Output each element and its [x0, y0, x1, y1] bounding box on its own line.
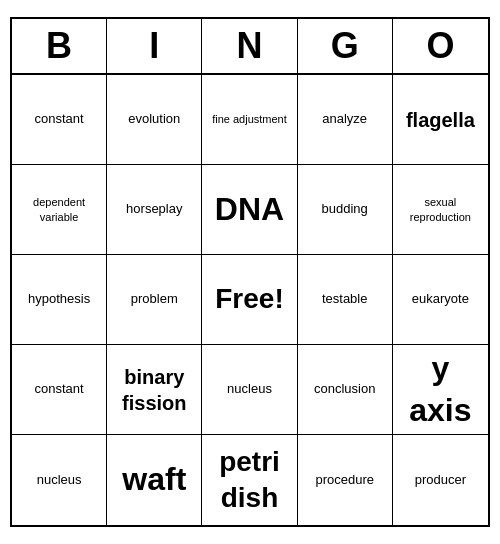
bingo-cell: dependent variable	[12, 165, 107, 255]
cell-text: dependent variable	[16, 195, 102, 224]
cell-text: budding	[322, 201, 368, 218]
cell-text: problem	[131, 291, 178, 308]
cell-text: nucleus	[227, 381, 272, 398]
cell-text: conclusion	[314, 381, 375, 398]
header-letter: B	[12, 19, 107, 73]
cell-text: sexual reproduction	[397, 195, 484, 224]
cell-text: Free!	[215, 281, 283, 317]
cell-text: constant	[35, 381, 84, 398]
bingo-cell: sexual reproduction	[393, 165, 488, 255]
bingo-cell: waft	[107, 435, 202, 525]
cell-text: eukaryote	[412, 291, 469, 308]
bingo-cell: problem	[107, 255, 202, 345]
cell-text: procedure	[315, 472, 374, 489]
cell-text: producer	[415, 472, 466, 489]
bingo-cell: Free!	[202, 255, 297, 345]
bingo-cell: fine adjustment	[202, 75, 297, 165]
header-letter: G	[298, 19, 393, 73]
cell-text: DNA	[215, 189, 284, 231]
cell-text: constant	[35, 111, 84, 128]
cell-text: fine adjustment	[212, 112, 287, 126]
bingo-cell: testable	[298, 255, 393, 345]
bingo-cell: conclusion	[298, 345, 393, 435]
cell-text: y axis	[397, 348, 484, 431]
bingo-cell: binary fission	[107, 345, 202, 435]
cell-text: horseplay	[126, 201, 182, 218]
bingo-cell: flagella	[393, 75, 488, 165]
cell-text: hypothesis	[28, 291, 90, 308]
bingo-grid: constantevolutionfine adjustmentanalyzef…	[12, 75, 488, 525]
bingo-cell: evolution	[107, 75, 202, 165]
header-letter: N	[202, 19, 297, 73]
cell-text: testable	[322, 291, 368, 308]
header-letter: I	[107, 19, 202, 73]
bingo-cell: constant	[12, 345, 107, 435]
bingo-cell: analyze	[298, 75, 393, 165]
bingo-cell: eukaryote	[393, 255, 488, 345]
cell-text: waft	[122, 459, 186, 501]
bingo-cell: constant	[12, 75, 107, 165]
bingo-cell: procedure	[298, 435, 393, 525]
cell-text: analyze	[322, 111, 367, 128]
cell-text: binary fission	[111, 364, 197, 416]
cell-text: nucleus	[37, 472, 82, 489]
cell-text: evolution	[128, 111, 180, 128]
bingo-cell: hypothesis	[12, 255, 107, 345]
bingo-cell: DNA	[202, 165, 297, 255]
cell-text: flagella	[406, 107, 475, 133]
bingo-cell: y axis	[393, 345, 488, 435]
bingo-card: BINGO constantevolutionfine adjustmentan…	[10, 17, 490, 527]
bingo-cell: budding	[298, 165, 393, 255]
header-letter: O	[393, 19, 488, 73]
bingo-cell: nucleus	[12, 435, 107, 525]
bingo-header: BINGO	[12, 19, 488, 75]
bingo-cell: producer	[393, 435, 488, 525]
bingo-cell: nucleus	[202, 345, 297, 435]
bingo-cell: horseplay	[107, 165, 202, 255]
bingo-cell: petri dish	[202, 435, 297, 525]
cell-text: petri dish	[206, 444, 292, 517]
